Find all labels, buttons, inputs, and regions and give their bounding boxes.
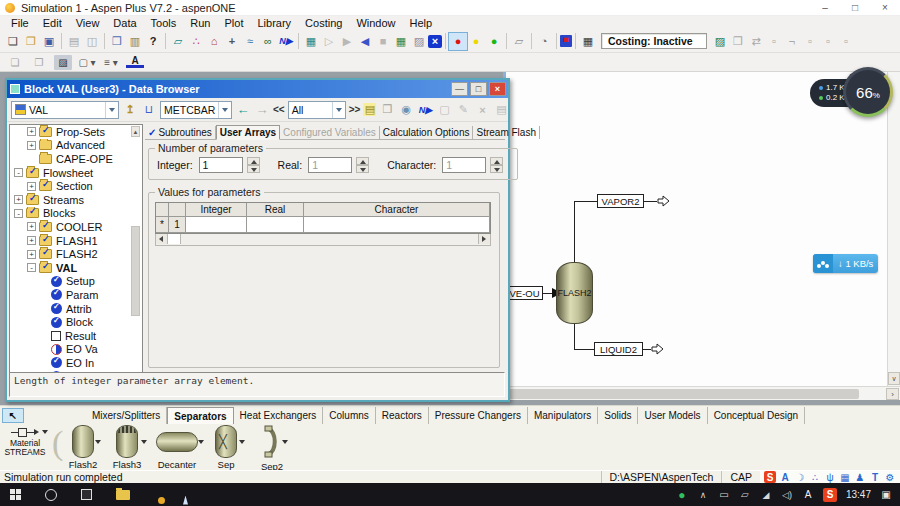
plot-scatter-icon[interactable]: ∴ — [187, 33, 205, 50]
chevron-down-icon[interactable] — [141, 440, 147, 444]
tree-item-blocks[interactable]: -Blocks — [10, 207, 142, 221]
ime-lang-tray-icon[interactable]: A — [802, 488, 814, 502]
flowsheet-canvas[interactable]: VAPOR2 VE-OU LIQUID2 FLASH2 ↓ 1 KB/s ∨ › — [506, 72, 900, 400]
control-panel-icon[interactable]: ▦ — [392, 33, 410, 50]
export-sheet-icon[interactable]: ❒ — [729, 33, 747, 50]
tree-scrollbar[interactable]: ▲▼ — [131, 126, 141, 394]
tree-item-prop-sets[interactable]: +Prop-Sets — [10, 125, 142, 139]
tree-scroll-thumb[interactable] — [131, 226, 140, 316]
menu-costing[interactable]: Costing — [298, 17, 349, 29]
expand-toggle[interactable]: + — [27, 182, 36, 191]
comments-icon[interactable]: ▤ — [363, 103, 376, 116]
model-flash3[interactable]: Flash3 — [108, 425, 146, 470]
font-color-icon[interactable]: A — [126, 56, 144, 68]
menu-tools[interactable]: Tools — [144, 17, 184, 29]
paste-icon[interactable]: ▥ — [126, 33, 144, 50]
menu-plot[interactable]: Plot — [217, 17, 250, 29]
tab-user-arrays[interactable]: User Arrays — [216, 125, 280, 140]
model-flash2[interactable]: Flash2 — [66, 425, 100, 470]
tab-pressure-changers[interactable]: Pressure Changers — [429, 407, 528, 424]
menu-edit[interactable]: Edit — [36, 17, 69, 29]
tray-expand-icon[interactable]: ∧ — [697, 488, 709, 502]
tab-heat-exchangers[interactable]: Heat Exchangers — [234, 407, 324, 424]
display-tray-icon[interactable]: ▭ — [718, 488, 730, 502]
booster-tray-icon[interactable]: ● — [676, 488, 688, 502]
tab-subroutines[interactable]: ✓Subroutines — [145, 126, 216, 139]
integer-stepper[interactable] — [247, 157, 260, 173]
cortana-button[interactable] — [45, 489, 57, 501]
units-combo[interactable]: METCBAR — [160, 101, 232, 119]
select-mode-button[interactable]: ↖ — [2, 408, 24, 423]
select-style-icon[interactable]: ▢ ▾ — [78, 55, 96, 70]
new-file-icon[interactable]: ❏ — [4, 33, 22, 50]
menu-data[interactable]: Data — [106, 17, 143, 29]
integer-count-input[interactable]: 1 — [199, 157, 243, 173]
run-play-icon[interactable]: ▶ — [338, 33, 356, 50]
results-view-icon[interactable]: ▨ — [410, 33, 428, 50]
wifi-tray-icon[interactable]: ◢ — [760, 488, 772, 502]
table-hscrollbar[interactable] — [155, 234, 491, 246]
run-stop-icon[interactable]: ■ — [374, 33, 392, 50]
tree-item-streams[interactable]: +Streams — [10, 193, 142, 207]
status-input-icon[interactable]: ● — [449, 33, 467, 50]
next-sheet-button[interactable]: >> — [349, 104, 361, 115]
expand-toggle[interactable]: + — [27, 250, 36, 259]
tool-gray-4-icon[interactable]: ▫ — [819, 33, 837, 50]
chevron-down-icon[interactable] — [95, 440, 101, 444]
row-number-cell[interactable]: 1 — [169, 217, 186, 233]
tool-gray-1-icon[interactable]: ▫ — [765, 33, 783, 50]
next-input-icon[interactable]: N▶ — [277, 33, 295, 50]
dialog-maximize-button[interactable]: □ — [470, 82, 487, 96]
model-flag-icon[interactable]: ▀ — [560, 35, 572, 47]
chevron-down-icon[interactable] — [198, 440, 204, 444]
ime-skin-icon[interactable]: T — [869, 471, 881, 483]
menu-run[interactable]: Run — [183, 17, 217, 29]
tool-gray-5-icon[interactable]: ▫ — [837, 33, 855, 50]
parameter-values-table[interactable]: Integer Real Character * 1 — [155, 202, 491, 234]
maximize-button[interactable]: □ — [840, 0, 870, 15]
tree-item-flowsheet[interactable]: -Flowsheet — [10, 166, 142, 180]
clock[interactable]: 13:47 — [846, 488, 871, 502]
tree-item-cooler[interactable]: +COOLER — [10, 220, 142, 234]
exchange-icon[interactable]: ⇄ — [747, 33, 765, 50]
tree-item-eo-variables[interactable]: EO Va — [10, 343, 142, 357]
character-value-cell[interactable] — [304, 217, 490, 233]
ime-punct-icon[interactable]: ∴ — [809, 471, 821, 483]
flowsheet-hscrollbar[interactable]: › — [506, 386, 900, 400]
menu-library[interactable]: Library — [250, 17, 298, 29]
chevron-down-icon[interactable] — [218, 102, 231, 118]
tab-separators[interactable]: Separators — [167, 407, 233, 424]
material-streams-button[interactable]: Material STREAMS — [2, 425, 48, 457]
tool-gray-3-icon[interactable]: ▫ — [801, 33, 819, 50]
back-arrow-icon[interactable]: ← — [235, 101, 251, 118]
object-combo[interactable]: VAL — [11, 101, 119, 119]
ime-keyboard-icon[interactable]: ▦ — [839, 471, 851, 483]
chevron-down-icon[interactable] — [239, 440, 245, 444]
tree-item-section[interactable]: +Section — [10, 179, 142, 193]
tree-item-cape-open[interactable]: CAPE-OPE — [10, 152, 142, 166]
menu-view[interactable]: View — [69, 17, 107, 29]
ime-settings-icon[interactable]: ⚙ — [884, 471, 896, 483]
tab-user-models[interactable]: User Models — [638, 407, 707, 424]
plot-home-icon[interactable]: ⌂ — [205, 33, 223, 50]
notification-center-icon[interactable]: ▣ — [880, 488, 892, 502]
plot-wizard-icon[interactable]: ▱ — [169, 33, 187, 50]
chevron-down-icon[interactable] — [332, 102, 345, 118]
close-button[interactable]: × — [870, 0, 900, 15]
costing-grid-icon[interactable]: ▦ — [579, 33, 597, 50]
copy-icon[interactable]: ❒ — [108, 33, 126, 50]
dialog-close-button[interactable]: × — [489, 82, 506, 96]
open-file-icon[interactable]: ❐ — [22, 33, 40, 50]
expand-toggle[interactable]: + — [27, 141, 36, 150]
tree-item-param[interactable]: Param — [10, 288, 142, 302]
flash2-block[interactable]: FLASH2 — [556, 262, 593, 324]
tab-stream-flash[interactable]: Stream Flash — [473, 126, 539, 139]
file-explorer-button[interactable] — [116, 490, 130, 500]
expand-toggle[interactable]: + — [27, 222, 36, 231]
ime-person-icon[interactable]: ♟ — [854, 471, 866, 483]
new-object-icon[interactable]: ⊔ — [141, 101, 157, 118]
print-preview-icon[interactable]: ◫ — [83, 33, 101, 50]
volume-tray-icon[interactable]: ◁) — [781, 488, 793, 502]
tree-item-attrib[interactable]: Attrib — [10, 302, 142, 316]
globe-icon[interactable]: ◉ — [398, 101, 414, 118]
